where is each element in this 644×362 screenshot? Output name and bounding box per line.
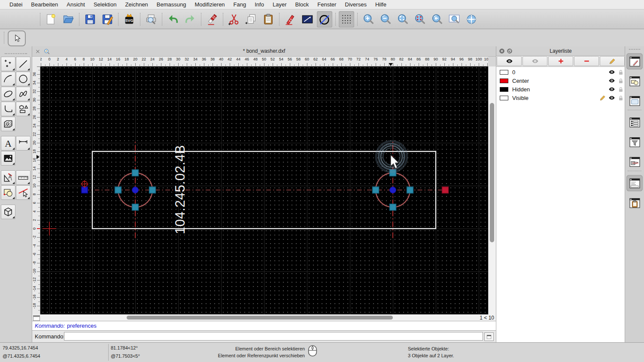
- show-all-layers-button[interactable]: [497, 56, 522, 66]
- grip-quadrant[interactable]: [132, 204, 139, 211]
- tool-text-button[interactable]: A: [1, 136, 15, 151]
- zoom-previous-button[interactable]: [429, 11, 445, 27]
- menu-block[interactable]: Block: [291, 0, 313, 9]
- menu-ansicht[interactable]: Ansicht: [62, 0, 89, 9]
- tool-spline-button[interactable]: [16, 87, 30, 101]
- tool-solid-button[interactable]: [1, 205, 15, 219]
- print-preview-button[interactable]: [143, 11, 159, 27]
- selection-pointer-button[interactable]: [8, 30, 26, 46]
- grip-quadrant[interactable]: [373, 187, 379, 193]
- layer-visibility-toggle[interactable]: [606, 77, 613, 84]
- zoom-selection-button[interactable]: [412, 11, 428, 27]
- dock-command-widget-button[interactable]: [626, 175, 643, 191]
- layer-visibility-toggle[interactable]: [606, 69, 613, 75]
- paste-button[interactable]: [261, 11, 276, 27]
- command-input[interactable]: [64, 332, 483, 341]
- delete-button[interactable]: [204, 11, 220, 27]
- toolbar-handle[interactable]: [40, 13, 40, 26]
- layer-visibility-toggle[interactable]: [606, 86, 613, 93]
- menu-diverses[interactable]: Diverses: [340, 0, 371, 9]
- export-svg-button[interactable]: SVG: [122, 11, 137, 27]
- grip-quadrant[interactable]: [390, 204, 396, 211]
- dock-clipboard-button[interactable]: [626, 195, 643, 211]
- dock-library-browser-button[interactable]: [626, 93, 643, 109]
- menu-fenster[interactable]: Fenster: [313, 0, 340, 9]
- line-attributes-button[interactable]: [300, 11, 315, 27]
- layer-visibility-toggle[interactable]: [606, 94, 613, 101]
- toolbar-handle[interactable]: [4, 32, 4, 44]
- menu-hilfe[interactable]: Hilfe: [371, 0, 391, 9]
- layer-row-center[interactable]: Center: [496, 76, 625, 85]
- snap-grid-button[interactable]: [339, 11, 354, 27]
- tool-modify-button[interactable]: [1, 170, 15, 185]
- tool-ellipse-button[interactable]: [1, 87, 15, 101]
- edit-layer-button[interactable]: [600, 56, 625, 66]
- layer-lock-toggle[interactable]: [615, 86, 622, 93]
- tool-image-button[interactable]: [1, 151, 15, 166]
- menu-modifizieren[interactable]: Modifizieren: [191, 0, 229, 9]
- zoom-in-button[interactable]: [361, 11, 376, 27]
- save-button[interactable]: [82, 11, 98, 27]
- menu-bearbeiten[interactable]: Bearbeiten: [27, 0, 62, 9]
- grip-quadrant[interactable]: [149, 187, 156, 193]
- tool-measure-button[interactable]: [16, 170, 30, 185]
- vertical-scrollbar[interactable]: [488, 66, 496, 314]
- open-file-button[interactable]: [61, 11, 76, 27]
- grip-quadrant[interactable]: [115, 187, 122, 193]
- tool-select-entity-button[interactable]: [16, 185, 30, 200]
- menu-datei[interactable]: Datei: [5, 0, 27, 9]
- copy-button[interactable]: [243, 11, 259, 27]
- zoom-auto-button[interactable]: [395, 11, 410, 27]
- hide-all-layers-button[interactable]: [522, 56, 547, 66]
- dock-layer-filter-button[interactable]: [626, 134, 643, 150]
- layer-lock-toggle[interactable]: [615, 69, 622, 75]
- horizontal-scrollbar-thumb[interactable]: [127, 316, 393, 320]
- layer-row-0[interactable]: 0: [496, 68, 625, 76]
- tool-shapes-button[interactable]: [16, 102, 30, 116]
- pen-attributes-button[interactable]: [283, 11, 298, 27]
- tool-polyline-button[interactable]: [1, 102, 15, 116]
- grip-quadrant[interactable]: [132, 170, 139, 176]
- cut-button[interactable]: [226, 11, 242, 27]
- dock-handle[interactable]: [629, 49, 640, 50]
- menu-fang[interactable]: Fang: [229, 0, 251, 9]
- command-window-button[interactable]: [484, 332, 494, 341]
- zoom-window-button[interactable]: [447, 11, 462, 27]
- add-layer-button[interactable]: [548, 56, 573, 66]
- menu-bemassung[interactable]: Bemassung: [152, 0, 191, 9]
- new-document-button[interactable]: [43, 11, 59, 27]
- menu-selektion[interactable]: Selektion: [89, 0, 121, 9]
- circle-attributes-button[interactable]: [317, 11, 332, 27]
- grip-endpoint-end[interactable]: [442, 187, 449, 193]
- horizontal-scrollbar[interactable]: 1 < 10: [32, 314, 496, 321]
- tool-hatch-button[interactable]: [1, 117, 15, 131]
- tool-line-button[interactable]: [16, 57, 30, 71]
- dock-pen-palette-button[interactable]: [626, 53, 643, 69]
- grip-quadrant[interactable]: [407, 187, 413, 193]
- grip-center[interactable]: [132, 187, 139, 193]
- dock-named-views-button[interactable]: [626, 154, 643, 170]
- undo-button[interactable]: [165, 11, 181, 27]
- layer-row-visible[interactable]: Visible: [496, 94, 625, 102]
- toolbar-handle[interactable]: [5, 53, 27, 54]
- tool-block-button[interactable]: [1, 185, 15, 200]
- part-label-text[interactable]: 104.245.02.4B: [173, 145, 188, 234]
- layer-lock-toggle[interactable]: [615, 95, 622, 101]
- tool-dimension-button[interactable]: [16, 136, 30, 151]
- layer-row-hidden[interactable]: Hidden: [496, 85, 625, 94]
- cad-canvas[interactable]: 104.245.02.4B: [40, 66, 488, 314]
- menu-info[interactable]: Info: [250, 0, 268, 9]
- tool-circle-button[interactable]: [16, 72, 30, 86]
- dock-entity-list-button[interactable]: [626, 114, 643, 130]
- grip-center[interactable]: [390, 187, 396, 193]
- menu-layer[interactable]: Layer: [268, 0, 291, 9]
- menu-zeichnen[interactable]: Zeichnen: [121, 0, 152, 9]
- redo-button[interactable]: [182, 11, 198, 27]
- vertical-scrollbar-thumb[interactable]: [490, 103, 494, 242]
- dock-block-list-button[interactable]: [626, 73, 643, 89]
- tool-points-button[interactable]: [1, 57, 15, 71]
- tool-arc-button[interactable]: [1, 72, 15, 86]
- save-as-button[interactable]: [100, 11, 115, 27]
- remove-layer-button[interactable]: [574, 56, 599, 66]
- zoom-out-button[interactable]: [378, 11, 393, 27]
